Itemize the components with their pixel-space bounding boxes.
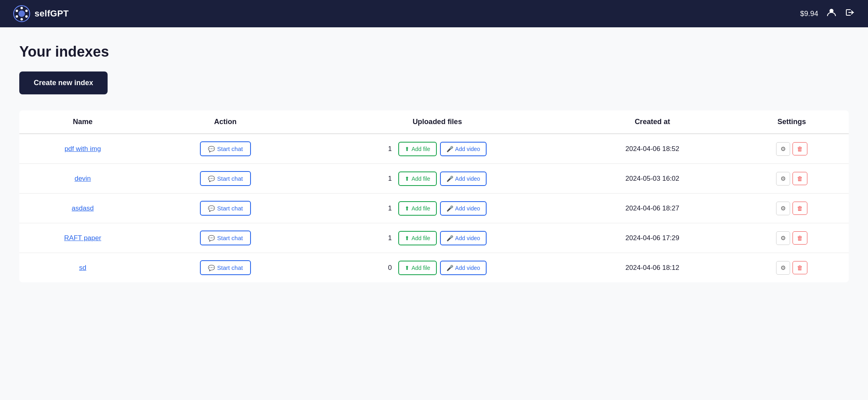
trash-icon: 🗑 [797,175,803,182]
index-name-link[interactable]: devin [75,175,91,182]
svg-point-1 [18,10,25,17]
add-video-button[interactable]: 🎤 Add video [440,231,487,245]
chat-bubble-icon: 💬 [208,235,215,241]
created-at-value: 2024-04-06 18:12 [626,264,679,271]
microphone-icon: 🎤 [446,176,453,182]
index-name-cell: asdasd [19,194,146,223]
action-cell: 💬 Start chat [146,223,305,253]
trash-icon: 🗑 [797,264,803,271]
start-chat-label: Start chat [217,175,243,182]
col-uploaded-files: Uploaded files [305,110,570,134]
action-cell: 💬 Start chat [146,134,305,164]
svg-point-2 [20,7,23,9]
settings-cell: ⚙ 🗑 [735,223,849,253]
action-cell: 💬 Start chat [146,164,305,194]
trash-icon: 🗑 [797,145,803,152]
trash-icon: 🗑 [797,235,803,241]
settings-cell: ⚙ 🗑 [735,164,849,194]
upload-icon: ⬆ [405,235,410,241]
add-file-button[interactable]: ⬆ Add file [398,142,437,156]
add-video-button[interactable]: 🎤 Add video [440,142,487,156]
gear-icon: ⚙ [780,264,786,271]
start-chat-button[interactable]: 💬 Start chat [200,231,251,245]
settings-cell: ⚙ 🗑 [735,134,849,164]
delete-button[interactable]: 🗑 [793,142,807,155]
start-chat-button[interactable]: 💬 Start chat [200,171,251,186]
user-icon[interactable] [826,7,837,20]
settings-button[interactable]: ⚙ [776,172,790,186]
settings-button[interactable]: ⚙ [776,202,790,215]
start-chat-label: Start chat [217,264,243,271]
index-name-link[interactable]: asdasd [72,204,94,212]
delete-button[interactable]: 🗑 [793,261,807,274]
logo-icon [13,5,31,22]
col-settings: Settings [735,110,849,134]
index-name-link[interactable]: sd [79,264,86,271]
table-row: asdasd 💬 Start chat 1 ⬆ Add file 🎤 Add v… [19,194,849,223]
index-name-cell: sd [19,253,146,283]
uploaded-files-cell: 1 ⬆ Add file 🎤 Add video [305,164,570,194]
created-at-cell: 2024-04-06 18:52 [570,134,735,164]
delete-button[interactable]: 🗑 [793,172,807,185]
add-file-label: Add file [412,146,430,152]
file-count: 0 [388,264,391,272]
logout-icon[interactable] [845,7,855,20]
delete-button[interactable]: 🗑 [793,231,807,245]
index-name-link[interactable]: RAFT paper [64,234,101,242]
file-count: 1 [388,234,391,242]
created-at-value: 2024-05-03 16:02 [626,175,679,182]
gear-icon: ⚙ [780,205,786,212]
index-name-cell: pdf with img [19,134,146,164]
credit-display: $9.94 [800,10,818,18]
start-chat-label: Start chat [217,205,243,212]
svg-point-5 [20,18,23,20]
col-name: Name [19,110,146,134]
app-name-label: selfGPT [35,8,69,19]
uploaded-files-cell: 1 ⬆ Add file 🎤 Add video [305,134,570,164]
created-at-value: 2024-04-06 17:29 [626,234,679,242]
add-file-button[interactable]: ⬆ Add file [398,201,437,216]
created-at-value: 2024-04-06 18:52 [626,145,679,153]
svg-point-4 [25,15,28,18]
file-count: 1 [388,175,391,183]
start-chat-label: Start chat [217,145,243,152]
col-created-at: Created at [570,110,735,134]
chat-bubble-icon: 💬 [208,146,215,152]
settings-button[interactable]: ⚙ [776,261,790,275]
create-new-index-button[interactable]: Create new index [19,71,108,94]
indexes-table: Name Action Uploaded files Created at Se… [19,110,849,282]
start-chat-button[interactable]: 💬 Start chat [200,141,251,156]
add-file-button[interactable]: ⬆ Add file [398,231,437,245]
svg-point-3 [25,10,28,12]
file-count: 1 [388,204,391,212]
gear-icon: ⚙ [780,235,786,241]
main-content: Your indexes Create new index Name Actio… [0,27,868,298]
add-video-button[interactable]: 🎤 Add video [440,171,487,186]
created-at-cell: 2024-04-06 17:29 [570,223,735,253]
upload-icon: ⬆ [405,205,410,212]
table-row: RAFT paper 💬 Start chat 1 ⬆ Add file 🎤 A… [19,223,849,253]
file-count: 1 [388,145,391,153]
upload-icon: ⬆ [405,146,410,152]
settings-button[interactable]: ⚙ [776,142,790,156]
table-row: pdf with img 💬 Start chat 1 ⬆ Add file 🎤… [19,134,849,164]
add-file-button[interactable]: ⬆ Add file [398,261,437,275]
microphone-icon: 🎤 [446,265,453,271]
add-video-label: Add video [455,176,480,182]
add-video-button[interactable]: 🎤 Add video [440,201,487,216]
add-video-button[interactable]: 🎤 Add video [440,261,487,275]
settings-cell: ⚙ 🗑 [735,253,849,283]
start-chat-button[interactable]: 💬 Start chat [200,201,251,216]
header-left: selfGPT [13,5,69,22]
delete-button[interactable]: 🗑 [793,202,807,215]
add-video-label: Add video [455,205,480,212]
gear-icon: ⚙ [780,145,786,152]
add-file-label: Add file [412,235,430,241]
settings-button[interactable]: ⚙ [776,231,790,245]
index-name-link[interactable]: pdf with img [65,145,101,153]
add-file-button[interactable]: ⬆ Add file [398,171,437,186]
start-chat-button[interactable]: 💬 Start chat [200,260,251,275]
created-at-value: 2024-04-06 18:27 [626,204,679,212]
add-file-label: Add file [412,265,430,271]
uploaded-files-cell: 0 ⬆ Add file 🎤 Add video [305,253,570,283]
